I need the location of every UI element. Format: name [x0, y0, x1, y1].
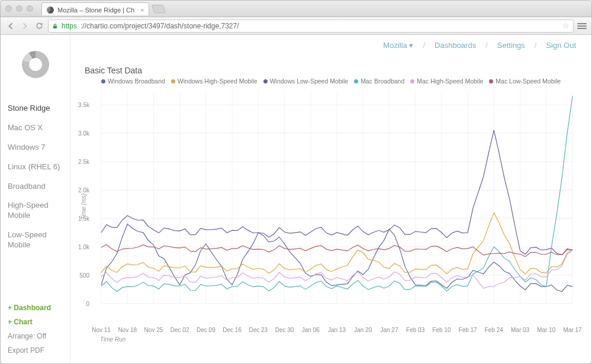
legend-dot-icon	[410, 79, 414, 83]
chart-legend: Windows BroadbandWindows High-Speed Mobi…	[78, 78, 584, 85]
back-button[interactable]	[5, 21, 16, 31]
x-tick-label: Mar 10	[537, 327, 555, 333]
close-window-icon[interactable]	[5, 5, 12, 12]
org-dropdown[interactable]: Mozilla ▾	[383, 41, 413, 50]
nav-sep: /	[535, 41, 537, 50]
favicon-icon	[47, 7, 54, 14]
series-line	[101, 212, 572, 273]
chart-plot: Time (ms) Time Run 05001.0k1.5k2.0k2.5k3…	[91, 88, 576, 325]
nav-dashboards[interactable]: Dashboards	[435, 41, 476, 50]
x-tick-label: Dec 23	[249, 327, 268, 333]
window-controls	[5, 5, 33, 12]
x-tick-label: Feb 17	[459, 327, 477, 333]
chart-title: Basic Test Data	[85, 66, 584, 75]
legend-item[interactable]: Windows Broadband	[101, 78, 165, 85]
toolbar: https ://chartio.com/project/3497/dash/s…	[1, 17, 591, 35]
x-tick-label: Dec 30	[275, 327, 294, 333]
legend-label: Mac Broadband	[361, 78, 404, 85]
minimize-window-icon[interactable]	[16, 5, 22, 12]
svg-rect-0	[53, 25, 57, 28]
main-panel: Mozilla ▾ / Dashboards / Settings / Sign…	[70, 35, 591, 363]
legend-item[interactable]: Mac Low-Speed Mobile	[489, 78, 561, 85]
x-tick-label: Feb 24	[485, 327, 503, 333]
url-scheme: https	[62, 22, 77, 30]
sidebar-item[interactable]: Windows 7	[1, 138, 70, 157]
series-line	[101, 130, 572, 255]
x-tick-label: Feb 10	[432, 327, 451, 333]
top-nav: Mozilla ▾ / Dashboards / Settings / Sign…	[383, 41, 576, 50]
x-axis-label: Time Run	[100, 336, 126, 343]
lock-icon	[52, 23, 58, 29]
arrange-toggle[interactable]: Arrange: Off	[1, 329, 70, 343]
browser-tab[interactable]: Mozilla – Stone Ridge | Ch ×	[41, 2, 149, 15]
x-tick-label: Dec 16	[223, 327, 242, 333]
legend-dot-icon	[101, 79, 105, 83]
tab-title: Mozilla – Stone Ridge | Ch	[57, 7, 134, 14]
chart-lines	[91, 88, 576, 325]
x-tick-label: Jan 20	[354, 327, 372, 333]
tab-close-icon[interactable]: ×	[140, 7, 144, 14]
url-path: ://chartio.com/project/3497/dash/stone-r…	[81, 22, 239, 30]
y-tick-label: 3.5k	[78, 102, 89, 108]
y-tick-label: 3.0k	[78, 130, 89, 137]
series-line	[101, 96, 572, 292]
sidebar-actions: + Dashboard + Chart Arrange: Off Export …	[1, 301, 70, 363]
hamburger-menu-icon[interactable]	[577, 21, 587, 31]
titlebar: Mozilla – Stone Ridge | Ch ×	[1, 1, 591, 17]
x-tick-label: Jan 06	[302, 327, 320, 333]
x-tick-label: Mar 03	[511, 327, 529, 333]
sidebar-item[interactable]: High-Speed Mobile	[1, 196, 70, 226]
app: Stone RidgeMac OS XWindows 7Linux (RHEL …	[1, 35, 591, 363]
legend-label: Windows High-Speed Mobile	[178, 78, 258, 85]
sidebar-item[interactable]: Stone Ridge	[1, 99, 70, 118]
y-tick-label: 0	[86, 301, 89, 307]
x-tick-label: Feb 03	[406, 327, 424, 333]
add-chart-button[interactable]: + Chart	[1, 315, 70, 329]
zoom-window-icon[interactable]	[27, 5, 33, 12]
y-tick-label: 1.5k	[78, 215, 89, 222]
x-tick-label: Nov 11	[92, 327, 111, 333]
y-tick-label: 500	[79, 272, 89, 279]
forward-button[interactable]	[20, 21, 30, 31]
donut-icon	[22, 51, 49, 78]
legend-item[interactable]: Mac High-Speed Mobile	[410, 78, 483, 85]
legend-label: Mac High-Speed Mobile	[417, 78, 483, 85]
sidebar-item[interactable]: Linux (RHEL 6)	[1, 157, 70, 177]
series-line	[101, 224, 572, 292]
sidebar-item[interactable]: Mac OS X	[1, 118, 70, 138]
y-tick-label: 2.0k	[78, 187, 89, 194]
legend-dot-icon	[171, 79, 175, 83]
legend-dot-icon	[354, 79, 358, 83]
legend-label: Mac Low-Speed Mobile	[496, 78, 561, 85]
new-tab-button[interactable]	[152, 5, 166, 13]
x-tick-label: Jan 13	[328, 327, 346, 333]
legend-dot-icon	[263, 79, 268, 83]
sidebar-item[interactable]: Low-Speed Mobile	[1, 226, 70, 255]
nav-settings[interactable]: Settings	[497, 41, 525, 50]
export-pdf-button[interactable]: Export PDF	[1, 343, 70, 357]
y-tick-label: 2.5k	[78, 159, 89, 165]
reload-button[interactable]	[34, 21, 44, 31]
x-tick-label: Mar 17	[563, 327, 581, 333]
bookmark-star-icon[interactable]: ☆	[562, 21, 570, 30]
browser-window: Mozilla – Stone Ridge | Ch × https ://ch…	[0, 0, 592, 364]
org-logo[interactable]	[1, 35, 70, 94]
sidebar-list: Stone RidgeMac OS XWindows 7Linux (RHEL …	[1, 94, 70, 255]
x-tick-label: Dec 02	[170, 327, 189, 333]
x-tick-label: Nov 25	[144, 327, 163, 333]
legend-label: Windows Broadband	[108, 78, 165, 85]
legend-item[interactable]: Mac Broadband	[354, 78, 404, 85]
legend-item[interactable]: Windows High-Speed Mobile	[171, 78, 258, 85]
legend-label: Windows Low-Speed Mobile	[270, 78, 348, 85]
sidebar: Stone RidgeMac OS XWindows 7Linux (RHEL …	[1, 35, 70, 363]
nav-signout[interactable]: Sign Out	[546, 41, 576, 50]
x-tick-label: Nov 18	[118, 327, 137, 333]
y-tick-label: 1.0k	[78, 244, 89, 250]
legend-item[interactable]: Windows Low-Speed Mobile	[263, 78, 348, 85]
add-dashboard-button[interactable]: + Dashboard	[1, 301, 70, 315]
sidebar-item[interactable]: Broadband	[1, 177, 70, 197]
url-field[interactable]: https ://chartio.com/project/3497/dash/s…	[48, 20, 574, 33]
legend-dot-icon	[489, 79, 493, 83]
x-tick-label: Dec 09	[197, 327, 215, 333]
x-tick-label: Jan 27	[380, 327, 398, 333]
